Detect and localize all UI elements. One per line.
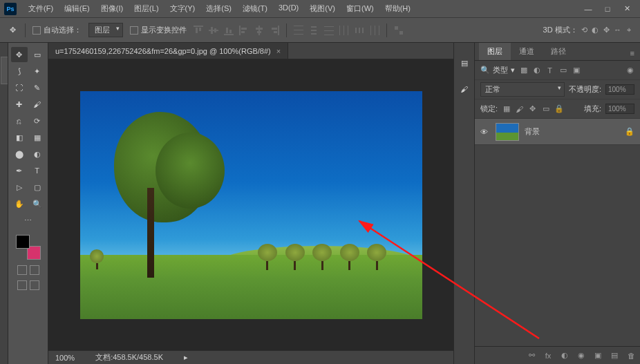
layer-row[interactable]: 👁 背景 🔒 [475, 119, 640, 145]
menu-image[interactable]: 图像(I) [96, 1, 128, 16]
orbit-3d-icon[interactable]: ⟲ [580, 26, 589, 35]
eraser-tool[interactable]: ◧ [11, 130, 28, 145]
slide-3d-icon[interactable]: ↔ [613, 26, 622, 35]
menu-view[interactable]: 视图(V) [305, 1, 340, 16]
filter-pixel-icon[interactable]: ▩ [519, 66, 528, 75]
minimize-button[interactable]: — [583, 4, 593, 14]
visibility-icon[interactable]: 👁 [480, 128, 490, 136]
layer-thumbnail[interactable] [496, 123, 519, 141]
filter-type-icon[interactable]: T [545, 66, 554, 75]
align-vcenter-icon[interactable] [209, 26, 218, 35]
zoom-level[interactable]: 100% [55, 354, 75, 362]
dist-hcenter-icon[interactable] [355, 26, 364, 35]
dodge-tool[interactable]: ◐ [29, 146, 46, 162]
link-layers-icon[interactable]: ⚯ [527, 351, 536, 361]
zoom-tool[interactable]: 🔍 [29, 196, 46, 211]
pan-3d-icon[interactable]: ✥ [602, 26, 611, 35]
pen-tool[interactable]: ✒ [11, 163, 28, 178]
move-tool[interactable]: ✥ [11, 47, 28, 62]
lock-brush-icon[interactable]: 🖌 [515, 104, 524, 113]
lock-artboard-icon[interactable]: ▭ [541, 104, 550, 113]
close-tab-icon[interactable]: × [276, 47, 281, 55]
lasso-tool[interactable]: ⟆ [11, 64, 28, 79]
filter-shape-icon[interactable]: ▭ [558, 66, 567, 75]
new-layer-icon[interactable]: ▤ [610, 351, 619, 361]
lock-position-icon[interactable]: ✥ [528, 104, 537, 113]
show-transform-checkbox[interactable]: 显示变换控件 [130, 25, 187, 35]
dist-vcenter-icon[interactable] [309, 26, 319, 35]
menu-type[interactable]: 文字(Y) [165, 1, 200, 16]
auto-select-dropdown[interactable]: 图层 [88, 23, 123, 37]
menu-help[interactable]: 帮助(H) [380, 1, 415, 16]
extra-button-2[interactable] [30, 280, 39, 290]
status-chevron-icon[interactable]: ▸ [184, 353, 188, 362]
dist-left-icon[interactable] [339, 26, 349, 35]
tab-paths[interactable]: 路径 [543, 43, 574, 60]
quick-mask-button[interactable] [17, 265, 27, 275]
align-right-icon[interactable] [270, 26, 279, 35]
fill-input[interactable] [605, 104, 634, 114]
blur-tool[interactable]: ⬤ [11, 146, 28, 162]
lock-all-icon[interactable]: 🔒 [554, 104, 563, 113]
path-select-tool[interactable]: ▷ [11, 180, 28, 195]
panel-menu-icon[interactable]: ≡ [625, 46, 640, 60]
layer-name[interactable]: 背景 [525, 126, 540, 137]
magic-wand-tool[interactable]: ✦ [29, 64, 46, 79]
delete-icon[interactable]: 🗑 [626, 351, 636, 361]
clone-stamp-tool[interactable]: ⎌ [11, 113, 28, 128]
filter-smart-icon[interactable]: ▣ [572, 66, 581, 75]
auto-align-icon[interactable] [394, 26, 404, 35]
align-bottom-icon[interactable] [224, 26, 234, 35]
healing-brush-tool[interactable]: ✚ [11, 97, 28, 112]
filter-search[interactable]: 🔍 类型 ▾ [480, 65, 515, 75]
lock-pixels-icon[interactable]: ▦ [502, 104, 511, 113]
menu-select[interactable]: 选择(S) [201, 1, 236, 16]
dist-top-icon[interactable] [294, 26, 303, 35]
menu-window[interactable]: 窗口(W) [341, 1, 379, 16]
screen-mode-button[interactable] [30, 265, 39, 275]
auto-select-checkbox[interactable]: 自动选择： [32, 25, 82, 35]
menu-3d[interactable]: 3D(D) [274, 1, 303, 16]
tab-channels[interactable]: 通道 [511, 43, 543, 60]
canvas[interactable] [80, 91, 422, 319]
menu-layer[interactable]: 图层(L) [129, 1, 163, 16]
align-left-icon[interactable] [239, 26, 249, 35]
eyedropper-tool[interactable]: ✎ [29, 80, 46, 95]
tab-layers[interactable]: 图层 [479, 43, 511, 60]
menu-filter[interactable]: 滤镜(T) [238, 1, 272, 16]
brush-tool[interactable]: 🖌 [29, 97, 46, 112]
maximize-button[interactable]: □ [603, 4, 612, 14]
brush-panel-icon[interactable]: 🖌 [458, 83, 471, 95]
align-hcenter-icon[interactable] [254, 26, 264, 35]
hand-tool[interactable]: ✋ [11, 196, 28, 211]
history-panel-icon[interactable]: ▤ [458, 57, 471, 69]
adjustment-icon[interactable]: ◉ [576, 351, 586, 361]
group-icon[interactable]: ▣ [593, 351, 603, 361]
filter-toggle-icon[interactable]: ◉ [625, 66, 634, 75]
filter-adjust-icon[interactable]: ◐ [532, 66, 541, 75]
crop-tool[interactable]: ⛶ [11, 80, 28, 95]
close-button[interactable]: ✕ [622, 4, 632, 14]
edit-toolbar-button[interactable]: ⋯ [20, 213, 37, 228]
type-tool[interactable]: T [29, 163, 46, 178]
history-brush-tool[interactable]: ⟳ [29, 113, 46, 128]
dist-right-icon[interactable] [370, 26, 379, 35]
shape-tool[interactable]: ▢ [29, 180, 46, 195]
blend-mode-dropdown[interactable]: 正常 [480, 82, 565, 97]
menu-edit[interactable]: 编辑(E) [59, 1, 95, 16]
dist-bottom-icon[interactable] [324, 26, 334, 35]
marquee-tool[interactable]: ▭ [29, 47, 46, 62]
opacity-input[interactable] [605, 84, 634, 95]
roll-3d-icon[interactable]: ◐ [591, 26, 600, 35]
extra-button-1[interactable] [17, 280, 27, 290]
align-top-icon[interactable] [194, 26, 203, 35]
zoom-3d-icon[interactable]: ⌖ [624, 26, 633, 35]
mask-icon[interactable]: ◐ [560, 351, 570, 361]
collapse-tab[interactable] [1, 57, 8, 84]
canvas-area[interactable] [48, 59, 453, 350]
document-tab[interactable]: u=1752460159,226752426&fm=26&gp=0.jpg @ … [48, 43, 288, 59]
fx-icon[interactable]: fx [543, 351, 553, 361]
color-swatches[interactable] [16, 235, 41, 260]
gradient-tool[interactable]: ▦ [29, 130, 46, 145]
foreground-color-swatch[interactable] [16, 235, 30, 249]
